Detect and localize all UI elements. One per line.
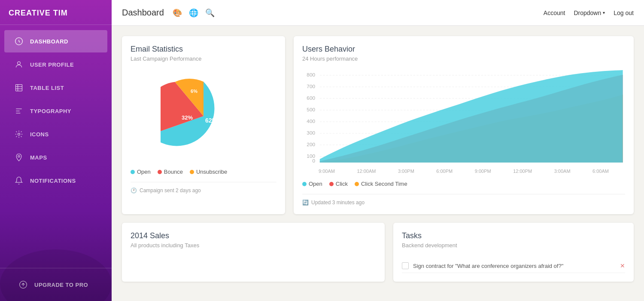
brand: CREATIVE TIM — [0, 0, 112, 25]
sidebar-item-table-list[interactable]: Table List — [4, 77, 107, 99]
tasks-title: Tasks — [402, 231, 625, 240]
sidebar-label-icons: Icons — [30, 131, 49, 138]
upgrade-icon — [17, 279, 29, 291]
x-label-0: 9:00AM — [319, 169, 335, 174]
x-label-5: 12:00PM — [513, 169, 532, 174]
svg-point-1 — [18, 61, 21, 64]
task-item: Sign contract for "What are conference o… — [402, 259, 625, 273]
sales-title: 2014 Sales — [131, 231, 376, 240]
sidebar: CREATIVE TIM Dashboard User Profile Tabl… — [0, 0, 112, 301]
email-legend: Open Bounce Unsubscribe — [131, 169, 276, 175]
sidebar-item-notifications[interactable]: Notifications — [4, 169, 107, 192]
dropdown-button[interactable]: Dropdown ▾ — [574, 9, 605, 16]
dashboard-icon — [13, 35, 25, 47]
sidebar-label-notifications: Notifications — [30, 178, 76, 184]
header-actions: Account Dropdown ▾ Log out — [544, 9, 634, 16]
search-icon[interactable]: 🔍 — [205, 8, 215, 18]
sidebar-label-dashboard: Dashboard — [30, 38, 68, 45]
behavior-subtitle: 24 Hours performance — [302, 55, 625, 62]
sidebar-item-dashboard[interactable]: Dashboard — [4, 30, 107, 52]
behavior-legend-click: Click — [329, 181, 348, 187]
x-label-6: 3:00AM — [554, 169, 571, 174]
email-stats-title: Email Statistics — [131, 45, 276, 54]
email-statistics-card: Email Statistics Last Campaign Performan… — [122, 36, 285, 214]
svg-text:500: 500 — [307, 107, 315, 112]
task-checkbox[interactable] — [402, 262, 409, 269]
sidebar-nav: Dashboard User Profile Table List Typogr… — [0, 25, 112, 268]
maps-icon — [13, 151, 25, 163]
sidebar-label-user-profile: User Profile — [30, 61, 74, 68]
legend-open: Open — [131, 169, 151, 175]
sidebar-item-maps[interactable]: Maps — [4, 146, 107, 169]
table-icon — [13, 82, 25, 94]
x-label-3: 6:00PM — [436, 169, 453, 174]
behavior-open-dot — [302, 182, 307, 186]
email-footer-text: Campaign sent 2 days ago — [140, 187, 201, 194]
globe-icon[interactable]: 🌐 — [189, 8, 198, 18]
area-chart: 800 700 600 500 400 300 200 100 0 — [302, 69, 625, 172]
svg-text:32%: 32% — [182, 114, 193, 121]
tasks-list: Sign contract for "What are conference o… — [402, 259, 625, 273]
clock-icon: 🕐 — [131, 187, 137, 194]
legend-unsubscribe: Unsubscribe — [190, 169, 227, 175]
email-stats-subtitle: Last Campaign Performance — [131, 55, 276, 62]
x-label-4: 9:00PM — [475, 169, 491, 174]
unsubscribe-dot — [190, 170, 194, 174]
x-label-7: 6:00AM — [592, 169, 609, 174]
content: Email Statistics Last Campaign Performan… — [112, 26, 644, 301]
x-label-2: 3:00PM — [398, 169, 414, 174]
click2-label: Click Second Time — [361, 181, 407, 187]
behavior-footer: 🔄 Updated 3 minutes ago — [302, 194, 625, 206]
account-link[interactable]: Account — [544, 9, 565, 16]
cards-row-2: 2014 Sales All products including Taxes … — [122, 223, 634, 282]
main-container: Dashboard 🎨 🌐 🔍 Account Dropdown ▾ Log o… — [112, 0, 644, 301]
header-icons: 🎨 🌐 🔍 — [173, 8, 215, 18]
sidebar-item-icons[interactable]: Icons — [4, 123, 107, 145]
svg-text:0: 0 — [313, 158, 316, 163]
svg-text:200: 200 — [307, 142, 315, 147]
icons-icon — [13, 128, 25, 140]
legend-bounce: Bounce — [158, 169, 183, 175]
person-icon — [13, 58, 25, 71]
click2-dot — [355, 182, 359, 186]
behavior-open-label: Open — [309, 181, 322, 187]
task-delete-button[interactable]: ✕ — [620, 262, 625, 269]
open-dot — [131, 170, 135, 174]
dropdown-label: Dropdown — [574, 9, 601, 16]
svg-text:800: 800 — [307, 72, 315, 77]
task-label: Sign contract for "What are conference o… — [413, 263, 563, 269]
palette-icon[interactable]: 🎨 — [173, 8, 182, 18]
sidebar-label-table-list: Table List — [30, 85, 64, 91]
svg-text:700: 700 — [307, 84, 315, 89]
brand-name: CREATIVE TIM — [9, 9, 68, 17]
svg-text:6%: 6% — [191, 89, 197, 94]
refresh-icon: 🔄 — [302, 200, 309, 206]
behavior-legend-open: Open — [302, 181, 322, 187]
behavior-legend-click2: Click Second Time — [355, 181, 407, 187]
header: Dashboard 🎨 🌐 🔍 Account Dropdown ▾ Log o… — [112, 0, 644, 26]
behavior-footer-text: Updated 3 minutes ago — [311, 200, 365, 206]
sidebar-label-typography: Typography — [30, 108, 71, 114]
svg-text:300: 300 — [307, 130, 315, 135]
svg-text:400: 400 — [307, 119, 315, 124]
pie-chart-container: 62% 32% 6% — [131, 69, 276, 163]
users-behavior-card: Users Behavior 24 Hours performance 800 … — [294, 36, 634, 214]
click-dot — [329, 182, 334, 186]
logout-link[interactable]: Log out — [614, 9, 634, 16]
sidebar-label-upgrade: Upgrade to Pro — [34, 282, 88, 288]
sidebar-item-upgrade[interactable]: Upgrade to Pro — [9, 273, 103, 296]
bell-icon — [13, 175, 25, 187]
tasks-subtitle: Backend development — [402, 242, 625, 249]
chevron-down-icon: ▾ — [603, 10, 605, 15]
sidebar-item-typography[interactable]: Typography — [4, 100, 107, 122]
svg-point-6 — [18, 133, 20, 135]
typography-icon — [13, 105, 25, 117]
svg-point-7 — [18, 155, 20, 157]
pie-chart: 62% 32% 6% — [161, 73, 246, 159]
legend-bounce-label: Bounce — [164, 169, 183, 175]
svg-text:600: 600 — [307, 95, 315, 101]
x-axis-labels: 9:00AM 12:00AM 3:00PM 6:00PM 9:00PM 12:0… — [302, 169, 625, 174]
sales-subtitle: All products including Taxes — [131, 242, 376, 249]
sidebar-item-user-profile[interactable]: User Profile — [4, 53, 107, 76]
behavior-legend: Open Click Click Second Time — [302, 181, 625, 187]
